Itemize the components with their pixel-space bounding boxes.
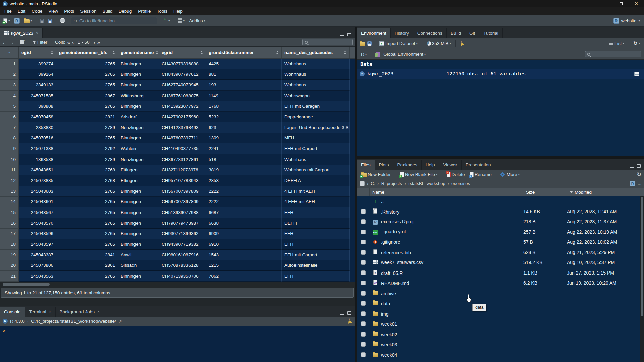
close-button[interactable]: × [629,0,644,7]
console-body[interactable]: > [0,326,355,362]
scrollbar-thumb[interactable] [641,197,643,316]
close-tab-icon[interactable]: × [49,309,51,314]
tab-connections[interactable]: Connections [413,28,447,38]
file-checkbox[interactable] [361,332,366,337]
file-name[interactable]: week03 [370,341,523,347]
close-tab-icon[interactable]: × [36,31,38,36]
select-all-checkbox[interactable] [360,181,365,186]
delete-button[interactable]: x Delete [445,171,466,178]
environment-search-input[interactable] [585,51,641,57]
tab-plots[interactable]: Plots [375,160,393,170]
version-control-button[interactable]: ▾ [162,17,171,24]
file-checkbox[interactable] [361,321,366,326]
tab-terminal[interactable]: Terminal× [25,307,56,317]
menu-tools[interactable]: Tools [154,8,170,14]
breadcrumb-r-projects[interactable]: R_projects [381,181,402,186]
maximize-pane-icon[interactable] [347,311,351,315]
table-row[interactable]: 172450435962765BinningenCH93077139936269… [0,229,355,239]
breadcrumb-rstatsbl-workshop[interactable]: rstatsBL_workshop [408,181,445,186]
file-name[interactable]: MDREADME.md [370,280,523,286]
clear-console-icon[interactable] [346,318,352,324]
file-name[interactable]: archive [370,290,523,296]
language-selector[interactable]: R ▾ [360,51,368,58]
horizontal-scrollbar[interactable] [0,282,355,287]
clear-environment-icon[interactable] [458,40,464,46]
file-row-readme-md[interactable]: MDREADME.md6.2 KBJun 19, 2023, 10:20 AM [357,278,644,288]
file-row-week03[interactable]: week03 [357,339,644,350]
file-checkbox[interactable] [361,270,366,275]
menu-edit[interactable]: Edit [15,8,29,14]
table-row[interactable]: 53988082765BinningenCH4139230779721768EF… [0,101,355,112]
menu-code[interactable]: Code [29,8,45,14]
name-column-header[interactable]: Name [370,188,523,196]
table-row[interactable]: 323491332765BinningenCH627740073945193Wo… [0,80,355,90]
column-header-gemeindenummer-bfs[interactable]: gemeindenummer_bfs [56,47,118,58]
file-name[interactable]: week7_starwars.csv [370,260,523,265]
table-row[interactable]: 723538302789NenzlingenCH141283798493623L… [0,122,355,133]
workspace-panes-button[interactable]: ▾ [176,17,186,24]
rename-button[interactable]: ➜ Rename [468,171,493,178]
tab-background-jobs[interactable]: Background Jobs× [56,307,104,317]
file-row-references-bib[interactable]: references.bib628 BAug 21, 2023, 5:29 PM [357,247,644,258]
row-number-header[interactable]: ▲ [0,47,19,58]
file-row-gitignore[interactable]: .gitignore57 BAug 22, 2023, 10:02 AM [357,237,644,247]
file-checkbox[interactable] [361,260,366,265]
file-row-up[interactable]: ↑.. [357,196,644,206]
table-row[interactable]: 23992642765BinningenCH843907797612881Woh… [0,69,355,80]
tab-console[interactable]: Console [0,307,25,317]
file-row-week7-starwars-csv[interactable]: week7_starwars.csv519.2 KBAug 10, 2023, … [357,257,644,268]
sort-toggle-icon[interactable] [49,51,53,54]
tab-tutorial[interactable]: Tutorial [479,28,503,38]
file-name[interactable]: Rdraft_05.R [370,270,523,276]
menu-file[interactable]: File [1,8,15,14]
save-workspace-icon[interactable] [367,41,372,46]
next-columns-icon[interactable]: › [94,39,95,45]
breadcrumb-c[interactable]: C: [371,181,375,186]
table-row[interactable]: 112450436512768EttingenCH327112073976381… [0,165,355,176]
print-button[interactable] [59,18,66,23]
file-row-data[interactable]: data [357,298,644,309]
rproject-breadcrumb-icon[interactable]: R [630,181,635,186]
view-data-grid-icon[interactable] [634,72,639,76]
goto-file-function-input[interactable]: ↪ Go to file/function [71,17,157,24]
addins-button[interactable]: Addins▾ [187,17,207,24]
file-checkbox[interactable] [361,230,366,234]
menu-build[interactable]: Build [99,8,115,14]
tab-files[interactable]: Files [357,160,375,170]
table-row[interactable]: 92450713382792WahlenCH4104903777352241EF… [0,143,355,154]
load-workspace-icon[interactable] [360,42,365,46]
table-row[interactable]: 152450435672765BinningenCH51393907798866… [0,207,355,218]
restore-button[interactable] [613,0,629,7]
file-name[interactable]: week04 [370,352,523,358]
save-all-button[interactable] [47,18,54,24]
file-name[interactable]: week01 [370,321,523,327]
close-tab-icon[interactable]: × [97,309,100,314]
file-checkbox[interactable] [361,291,366,296]
filter-button[interactable]: Filter [31,39,49,46]
file-row-draft-05-r[interactable]: Rdraft_05.R1.1 KBJun 27, 2023, 1:15 PM [357,268,644,278]
file-row-quarto-yml[interactable]: YML_quarto.yml257 BAug 22, 2023, 10:19 A… [357,227,644,237]
scope-selector[interactable]: Global Environment ▾ [374,51,427,58]
new-blank-file-button[interactable]: New Blank File ▾ [398,171,439,178]
file-checkbox[interactable] [361,219,366,224]
memory-usage-button[interactable]: 353 MiB ▾ [425,40,452,47]
tab-build[interactable]: Build [447,28,465,38]
file-checkbox[interactable] [361,209,366,214]
new-file-button[interactable]: ▾ [2,17,11,24]
tab-viewer[interactable]: Viewer [439,160,462,170]
menu-session[interactable]: Session [77,8,99,14]
last-columns-icon[interactable]: » [97,39,100,45]
refresh-environment-button[interactable]: ↻ ▾ [632,39,641,47]
file-checkbox[interactable] [361,240,366,244]
file-checkbox[interactable] [361,301,366,306]
vertical-scrollbar[interactable] [640,196,644,362]
sort-toggle-icon[interactable] [198,51,203,54]
table-row[interactable]: 132450436032765BinningenCH56700739780922… [0,186,355,197]
list-view-button[interactable]: List ▾ [607,40,626,47]
first-columns-icon[interactable]: « [67,39,70,45]
table-row[interactable]: 212450435632765BinningenCH40713935070670… [0,271,355,282]
expand-object-icon[interactable]: ▶ [360,71,365,76]
file-checkbox[interactable] [361,352,366,357]
table-row[interactable]: 62450704582821ArisdorfCH4279021759605232… [0,112,355,122]
menu-help[interactable]: Help [170,8,186,14]
